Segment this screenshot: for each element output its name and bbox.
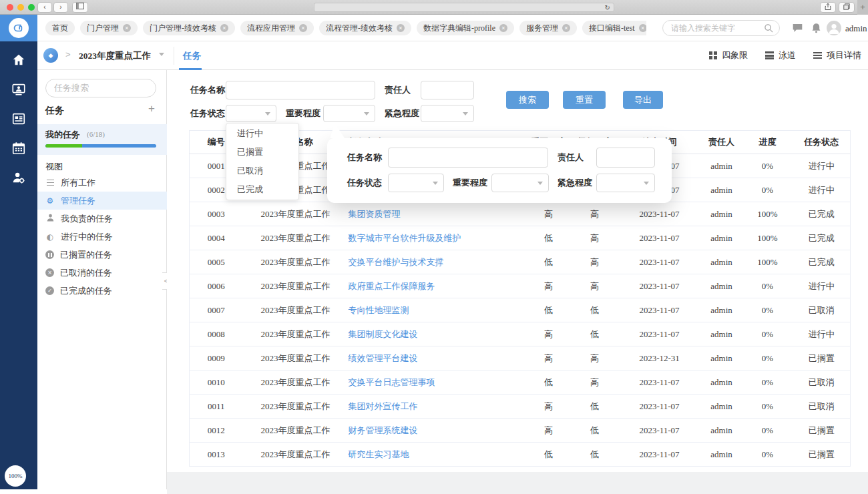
task-name-link[interactable]: 财务管理系统建设 bbox=[349, 425, 418, 435]
close-icon[interactable]: × bbox=[639, 24, 646, 32]
owner-input[interactable] bbox=[421, 81, 474, 99]
add-task-button[interactable]: + bbox=[148, 102, 155, 115]
maximize-window-icon[interactable] bbox=[28, 4, 35, 11]
project-selector[interactable]: 2023年度重点工作 bbox=[79, 50, 151, 62]
task-name-link[interactable]: 集团资质管理 bbox=[349, 209, 401, 219]
browser-forward-button[interactable]: › bbox=[53, 2, 68, 13]
app-tab[interactable]: 服务管理× bbox=[519, 21, 577, 35]
browser-back-button[interactable]: ‹ bbox=[37, 2, 52, 13]
new-tab-button[interactable]: + bbox=[857, 0, 868, 15]
cell-name[interactable]: 集团资质管理 bbox=[349, 202, 526, 226]
cell-progress: 0% bbox=[742, 178, 793, 202]
cell-name[interactable]: 财务管理系统建设 bbox=[349, 419, 526, 443]
task-name-link[interactable]: 集团对外宣传工作 bbox=[349, 401, 418, 411]
search-icon[interactable] bbox=[764, 23, 774, 33]
task-name-link[interactable]: 数字城市平台软件升级及维护 bbox=[349, 233, 461, 243]
avatar[interactable] bbox=[827, 21, 841, 35]
app-tab[interactable]: 流程管理-绩效考核× bbox=[319, 21, 411, 35]
reset-button[interactable]: 重置 bbox=[563, 91, 606, 109]
tabs-overview-icon[interactable] bbox=[839, 2, 855, 13]
meeting-icon[interactable] bbox=[11, 82, 26, 97]
view-detail-button[interactable]: 项目详情 bbox=[813, 49, 861, 61]
export-button[interactable]: 导出 bbox=[623, 91, 663, 109]
close-icon[interactable]: × bbox=[220, 24, 228, 32]
header-status[interactable]: 任务状态 bbox=[793, 131, 851, 154]
cell-importance: 低 bbox=[526, 250, 572, 274]
cell-name[interactable]: 交换平台日志管理事项 bbox=[349, 370, 526, 395]
sidebar-view-manage-tasks[interactable]: ⚙ 管理任务 bbox=[37, 192, 167, 210]
popover-urgency-select[interactable] bbox=[596, 174, 655, 192]
dropdown-option[interactable]: 已完成 bbox=[226, 180, 298, 199]
app-tab[interactable]: 数据字典编辑-profile× bbox=[417, 21, 514, 35]
close-icon[interactable]: × bbox=[397, 24, 405, 32]
close-icon[interactable]: × bbox=[123, 24, 131, 32]
task-search-input[interactable] bbox=[45, 79, 156, 97]
task-name-link[interactable]: 交换平台维护与技术支撑 bbox=[349, 257, 444, 267]
dropdown-option[interactable]: 已取消 bbox=[226, 162, 298, 180]
header-progress[interactable]: 进度 bbox=[742, 131, 793, 154]
close-icon[interactable]: × bbox=[299, 24, 307, 32]
task-name-link[interactable]: 集团制度文化建设 bbox=[349, 329, 418, 339]
sidebar-view-in-progress[interactable]: ◐ 进行中的任务 bbox=[37, 228, 167, 246]
popover-importance-select[interactable] bbox=[491, 174, 549, 192]
popover-owner-input[interactable] bbox=[596, 148, 655, 168]
user-settings-icon[interactable] bbox=[11, 170, 26, 185]
popover-task-name-input[interactable] bbox=[388, 148, 548, 168]
message-icon[interactable] bbox=[792, 23, 803, 33]
cell-name[interactable]: 交换平台维护与技术支撑 bbox=[349, 250, 526, 274]
cell-name[interactable]: 数字城市平台软件升级及维护 bbox=[349, 226, 526, 250]
popover-status-select[interactable] bbox=[388, 174, 444, 192]
view-lane-button[interactable]: 泳道 bbox=[765, 49, 796, 61]
sidebar-toggle-icon[interactable] bbox=[72, 2, 88, 13]
cell-name[interactable]: 集团制度文化建设 bbox=[349, 322, 526, 346]
cell-name[interactable]: 研究生实习基地 bbox=[349, 443, 526, 467]
sidebar-view-on-hold[interactable]: 已搁置的任务 bbox=[37, 246, 167, 264]
sidebar-view-cancelled[interactable]: × 已取消的任务 bbox=[37, 264, 167, 282]
header-owner[interactable]: 责任人 bbox=[701, 131, 742, 154]
task-name-link[interactable]: 交换平台日志管理事项 bbox=[349, 377, 435, 387]
sidebar-view-completed[interactable]: ✓ 已完成的任务 bbox=[37, 282, 167, 300]
close-icon[interactable]: × bbox=[562, 24, 570, 32]
cell-name[interactable]: 集团对外宣传工作 bbox=[349, 395, 526, 419]
task-name-link[interactable]: 政府重点工作保障服务 bbox=[349, 281, 435, 291]
app-tab[interactable]: 门户管理× bbox=[80, 21, 138, 35]
cell-id: 0005 bbox=[190, 250, 243, 274]
task-name-input[interactable] bbox=[226, 81, 375, 99]
app-tab-home[interactable]: 首页 bbox=[45, 21, 75, 35]
urgency-select[interactable] bbox=[421, 105, 474, 122]
sidebar-view-all-work[interactable]: 所有工作 bbox=[37, 174, 167, 192]
app-tab[interactable]: 流程应用管理× bbox=[240, 21, 314, 35]
app-tab[interactable]: 接口编辑-test× bbox=[582, 21, 646, 35]
my-tasks-item[interactable]: 我的任务 (6/18) bbox=[37, 124, 167, 155]
cell-name[interactable]: 政府重点工作保障服务 bbox=[349, 274, 526, 298]
close-icon[interactable]: × bbox=[499, 24, 507, 32]
status-select[interactable] bbox=[226, 105, 276, 122]
reload-icon[interactable]: ↻ bbox=[605, 3, 610, 12]
address-bar[interactable]: ↻ bbox=[314, 3, 614, 12]
storage-progress-badge[interactable]: 100% bbox=[5, 465, 26, 487]
tab-label: 首页 bbox=[52, 23, 68, 34]
cell-name[interactable]: 专向性地理监测 bbox=[349, 298, 526, 322]
view-quadrant-button[interactable]: 四象限 bbox=[709, 49, 748, 61]
task-name-link[interactable]: 专向性地理监测 bbox=[349, 305, 409, 315]
home-icon[interactable] bbox=[11, 53, 26, 67]
sidebar-view-my-responsible[interactable]: 我负责的任务 bbox=[37, 210, 167, 228]
cell-name[interactable]: 绩效管理平台建设 bbox=[349, 346, 526, 370]
task-name-link[interactable]: 绩效管理平台建设 bbox=[349, 353, 418, 363]
task-name-link[interactable]: 研究生实习基地 bbox=[349, 449, 409, 459]
dropdown-option[interactable]: 进行中 bbox=[226, 124, 298, 143]
global-search-input[interactable] bbox=[671, 21, 765, 35]
dropdown-option[interactable]: 已搁置 bbox=[226, 143, 298, 162]
bell-icon[interactable] bbox=[811, 23, 822, 33]
project-icon[interactable]: ◆ bbox=[43, 48, 58, 63]
news-icon[interactable] bbox=[11, 111, 26, 126]
importance-select[interactable] bbox=[323, 105, 375, 122]
close-window-icon[interactable] bbox=[7, 4, 13, 11]
app-tab[interactable]: 门户管理-绩效考核× bbox=[143, 21, 235, 35]
table-row: 00132023年度重点工作研究生实习基地低低2023-11-07admin0%… bbox=[190, 443, 851, 467]
share-icon[interactable] bbox=[820, 2, 836, 13]
calendar-icon[interactable] bbox=[11, 141, 26, 156]
minimize-window-icon[interactable] bbox=[17, 4, 24, 11]
search-button[interactable]: 搜索 bbox=[506, 91, 549, 109]
app-logo[interactable] bbox=[0, 15, 37, 41]
